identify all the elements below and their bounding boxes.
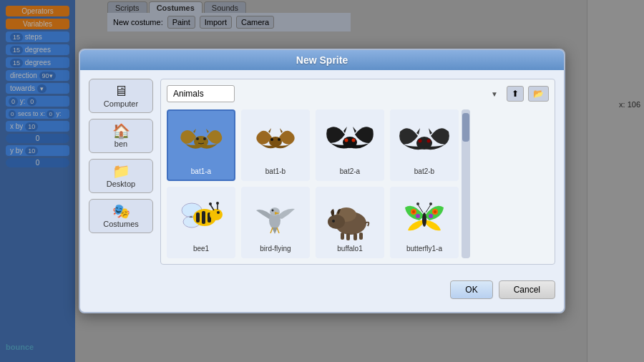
modal-title: New Sprite	[80, 50, 564, 70]
desktop-icon: 📁	[112, 164, 130, 178]
svg-point-40	[434, 210, 436, 213]
svg-point-10	[418, 140, 421, 143]
sidebar-item-ben[interactable]: 🏠 ben	[89, 119, 153, 153]
sidebar-item-computer[interactable]: 🖥 Computer	[89, 79, 153, 113]
sprite-bat2-b[interactable]: bat2-b	[390, 109, 459, 181]
svg-line-27	[270, 228, 273, 233]
modal-footer: OK Cancel	[80, 273, 564, 306]
sprite-grid-container: bat1-a	[167, 109, 549, 258]
bat1-a-image	[172, 115, 230, 165]
svg-point-1	[196, 137, 199, 140]
buffalo1-label: buffalo1	[337, 245, 362, 253]
svg-rect-35	[353, 233, 357, 240]
butterfly1-a-image	[396, 192, 453, 243]
svg-rect-15	[196, 212, 200, 222]
costumes-label: Costumes	[103, 220, 139, 228]
svg-rect-36	[359, 233, 363, 240]
svg-point-46	[416, 202, 419, 205]
svg-line-28	[277, 228, 279, 233]
svg-line-20	[210, 205, 214, 210]
modal-body: 🖥 Computer 🏠 ben 📁 Desktop 🎭 Costumes	[80, 70, 564, 273]
svg-point-5	[278, 138, 280, 141]
sprite-buffalo1[interactable]: buffalo1	[316, 187, 384, 258]
sprite-bird-flying[interactable]: bird-flying	[241, 187, 310, 258]
sprite-butterfly1-a[interactable]: butterfly1-a	[390, 187, 459, 258]
bee1-image	[172, 192, 230, 243]
sprite-bee1[interactable]: bee1	[167, 187, 235, 258]
sprite-bat1-a[interactable]: bat1-a	[167, 109, 235, 181]
bat1-b-label: bat1-b	[265, 167, 286, 175]
scroll-track[interactable]	[462, 109, 470, 258]
svg-rect-34	[346, 233, 350, 240]
scroll-thumb[interactable]	[462, 113, 469, 142]
ben-icon: 🏠	[112, 124, 130, 138]
bat1-b-image	[247, 115, 304, 165]
modal-sidebar: 🖥 Computer 🏠 ben 📁 Desktop 🎭 Costumes	[89, 79, 153, 265]
bat2-a-image	[321, 115, 379, 165]
svg-point-41	[416, 214, 420, 218]
svg-point-2	[203, 137, 206, 140]
svg-point-23	[216, 202, 219, 205]
bat1-a-label: bat1-a	[191, 167, 211, 175]
modal-sprite-content: Animals Fantasy People Things Transporta…	[160, 79, 555, 265]
buffalo1-image	[321, 192, 379, 243]
svg-point-18	[210, 209, 223, 220]
category-bar: Animals Fantasy People Things Transporta…	[167, 85, 549, 102]
bee1-label: bee1	[193, 245, 209, 253]
sprite-bat1-b[interactable]: bat1-b	[241, 109, 310, 181]
butterfly1-a-label: butterfly1-a	[406, 245, 442, 253]
nav-folder-button[interactable]: 📂	[528, 86, 549, 102]
sidebar-item-desktop[interactable]: 📁 Desktop	[89, 159, 153, 193]
svg-point-31	[328, 215, 345, 229]
nav-up-button[interactable]: ⬆	[507, 86, 524, 102]
svg-point-11	[426, 140, 430, 143]
cancel-button[interactable]: Cancel	[499, 280, 555, 299]
category-dropdown[interactable]: Animals Fantasy People Things Transporta…	[167, 85, 235, 102]
svg-point-4	[270, 138, 273, 141]
svg-point-7	[344, 139, 348, 142]
computer-icon: 🖥	[114, 84, 128, 98]
ben-label: ben	[114, 140, 127, 148]
category-dropdown-wrapper: Animals Fantasy People Things Transporta…	[167, 85, 502, 102]
svg-point-39	[412, 210, 415, 213]
new-sprite-dialog: New Sprite 🖥 Computer 🏠 ben 📁 Desktop	[79, 49, 565, 313]
sprite-bat2-a[interactable]: bat2-a	[316, 109, 384, 181]
svg-point-32	[332, 220, 335, 222]
svg-point-8	[351, 139, 355, 142]
svg-point-26	[271, 209, 273, 211]
svg-rect-33	[341, 233, 344, 240]
svg-point-22	[209, 202, 212, 205]
modal-overlay: New Sprite 🖥 Computer 🏠 ben 📁 Desktop	[0, 0, 644, 362]
svg-point-47	[429, 202, 432, 205]
computer-label: Computer	[104, 99, 138, 108]
dropdown-arrow-icon: ▼	[491, 90, 498, 98]
desktop-label: Desktop	[107, 180, 135, 188]
ok-button[interactable]: OK	[450, 280, 492, 299]
bat2-b-label: bat2-b	[414, 167, 434, 175]
sidebar-item-costumes[interactable]: 🎭 Costumes	[89, 199, 153, 233]
svg-rect-16	[202, 211, 205, 224]
svg-point-42	[429, 214, 433, 218]
svg-point-19	[217, 211, 220, 214]
bat2-b-image	[396, 115, 453, 165]
svg-point-43	[422, 212, 426, 227]
bat2-a-label: bat2-a	[340, 167, 360, 175]
costumes-icon: 🎭	[112, 204, 130, 218]
bird-flying-image	[247, 192, 304, 243]
bird-flying-label: bird-flying	[260, 245, 291, 253]
sprite-grid: bat1-a	[167, 109, 459, 258]
